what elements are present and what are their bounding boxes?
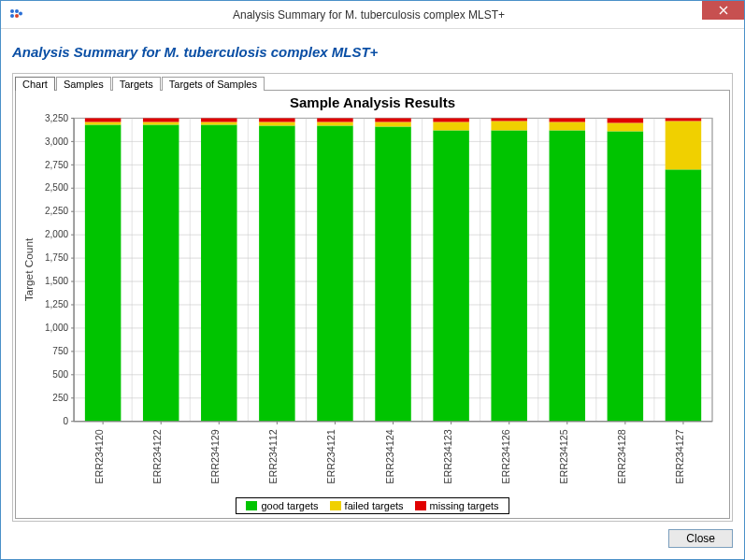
svg-rect-68 [259,122,294,125]
svg-rect-92 [491,121,526,130]
svg-rect-86 [433,122,468,130]
svg-rect-81 [375,118,410,122]
svg-point-2 [10,14,14,18]
svg-text:ERR234120: ERR234120 [94,429,105,484]
close-button[interactable]: Close [668,529,733,548]
svg-text:2,750: 2,750 [45,159,68,169]
svg-text:ERR234126: ERR234126 [501,429,511,484]
window-close-button[interactable] [702,1,744,20]
tab-targets-of-samples[interactable]: Targets of Samples [162,77,265,91]
svg-text:1,000: 1,000 [45,323,68,333]
legend-item: missing targets [415,500,499,511]
svg-rect-74 [317,122,352,125]
svg-rect-57 [143,118,179,122]
legend-label: missing targets [430,500,499,511]
tabs-panel: Chart Samples Targets Targets of Samples… [12,73,733,522]
svg-point-4 [19,11,22,15]
legend-swatch [415,501,426,510]
svg-text:2,000: 2,000 [45,229,68,239]
legend-item: failed targets [330,500,404,511]
content-area: Analysis Summary for M. tuberculosis com… [1,29,744,559]
svg-text:750: 750 [52,346,68,356]
svg-text:2,500: 2,500 [45,182,68,193]
chart-legend-wrap: good targetsfailed targetsmissing target… [16,495,729,518]
svg-text:ERR234122: ERR234122 [153,429,164,484]
svg-text:ERR234121: ERR234121 [327,429,337,484]
svg-rect-79 [375,126,410,421]
svg-point-1 [15,9,19,13]
svg-point-0 [10,9,14,13]
tab-bar: Chart Samples Targets Targets of Samples [13,74,732,90]
svg-point-3 [15,14,19,18]
svg-text:ERR234124: ERR234124 [385,429,395,484]
svg-rect-56 [143,122,179,124]
svg-rect-63 [201,118,236,122]
svg-rect-99 [550,118,585,122]
svg-rect-109 [666,169,701,421]
svg-rect-61 [201,124,236,421]
svg-text:ERR234112: ERR234112 [269,429,279,484]
svg-text:ERR234128: ERR234128 [617,429,627,484]
svg-text:1,500: 1,500 [45,276,68,286]
window-title: Analysis Summary for M. tuberculosis com… [31,8,707,22]
svg-rect-110 [666,121,701,169]
svg-rect-91 [491,130,526,421]
svg-text:ERR234129: ERR234129 [211,429,222,484]
svg-rect-103 [608,131,643,421]
chart-title: Sample Analysis Results [16,91,729,112]
svg-text:Target Count: Target Count [23,237,35,301]
legend-item: good targets [246,500,318,511]
tab-samples[interactable]: Samples [56,77,111,91]
svg-rect-111 [666,118,701,121]
svg-text:ERR234123: ERR234123 [443,429,453,484]
svg-rect-105 [608,118,643,122]
titlebar[interactable]: Analysis Summary for M. tuberculosis com… [1,1,744,29]
app-window: Analysis Summary for M. tuberculosis com… [0,0,745,560]
legend-label: failed targets [345,500,404,511]
svg-rect-104 [608,122,643,131]
svg-text:3,250: 3,250 [45,112,68,122]
svg-text:ERR234127: ERR234127 [675,429,685,484]
svg-text:1,250: 1,250 [45,299,68,309]
svg-rect-85 [433,130,468,421]
svg-text:2,250: 2,250 [45,206,68,216]
legend-swatch [330,501,341,510]
chart-legend: good targetsfailed targetsmissing target… [236,497,509,514]
svg-text:0: 0 [63,416,68,426]
svg-text:500: 500 [52,369,68,380]
svg-text:ERR234125: ERR234125 [559,429,569,484]
svg-rect-93 [491,118,526,121]
svg-rect-51 [85,118,121,122]
legend-swatch [246,501,257,510]
svg-text:250: 250 [52,393,68,403]
app-icon [8,7,23,22]
dialog-footer: Close [12,522,733,548]
svg-rect-55 [143,124,179,421]
tab-chart[interactable]: Chart [15,77,55,91]
legend-label: good targets [261,500,318,511]
page-title: Analysis Summary for M. tuberculosis com… [12,38,733,73]
svg-rect-67 [259,125,294,421]
svg-rect-69 [259,118,294,122]
svg-rect-98 [550,122,585,130]
svg-rect-50 [85,122,121,124]
svg-text:1,750: 1,750 [45,252,68,263]
svg-rect-87 [433,118,468,122]
chart-plot: 02505007501,0001,2501,5001,7502,0002,250… [16,112,729,495]
tab-targets[interactable]: Targets [112,77,161,91]
svg-rect-62 [201,122,236,124]
svg-rect-75 [317,118,352,122]
tab-body-chart: Sample Analysis Results 02505007501,0001… [15,90,730,519]
svg-rect-80 [375,122,410,126]
svg-rect-73 [317,125,352,421]
svg-rect-97 [550,130,585,421]
close-icon [719,6,728,15]
svg-rect-49 [85,124,121,421]
svg-text:3,000: 3,000 [45,136,68,146]
